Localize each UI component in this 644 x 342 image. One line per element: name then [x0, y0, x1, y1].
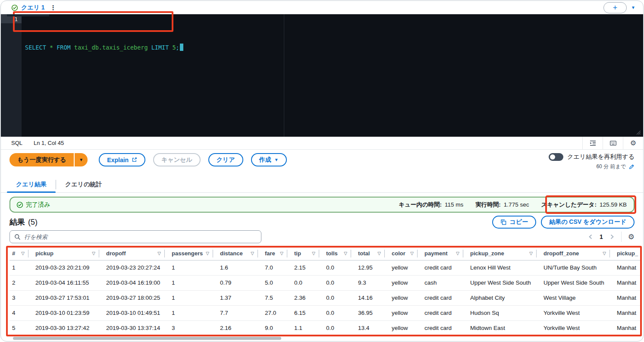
reuse-duration-label: 60 分 前まで	[596, 163, 626, 170]
cancel-button[interactable]: キャンセル	[153, 153, 201, 166]
column-header-dropoff[interactable]: dropoff▽	[99, 247, 165, 260]
row-search-box[interactable]	[9, 230, 261, 243]
keyboard-shortcuts-button[interactable]	[603, 137, 623, 150]
tab-menu-icon[interactable]: ⋮	[50, 4, 57, 12]
run-again-button[interactable]: もう一度実行する	[9, 153, 74, 166]
results-title: 結果	[9, 217, 25, 227]
editor-resize-handle[interactable]	[635, 129, 641, 135]
create-label: 作成	[259, 156, 271, 164]
editor-settings-button[interactable]: ⚙	[623, 137, 643, 150]
column-filter-icon[interactable]: ▽	[280, 251, 283, 256]
column-header-pickup_[interactable]: pickup_▽	[610, 247, 641, 260]
table-cell: 2019-03-04 16:11:55	[28, 275, 99, 290]
table-cell: 4	[9, 305, 28, 320]
table-row: 12019-03-23 20:21:092019-03-23 20:27:241…	[9, 260, 641, 275]
table-cell: 0.0	[319, 260, 351, 275]
table-cell: 2019-03-27 17:53:01	[28, 290, 99, 305]
edit-pencil-icon[interactable]	[628, 164, 635, 170]
column-filter-icon[interactable]: ▽	[410, 251, 414, 256]
query-success-check-icon	[11, 4, 18, 11]
column-header-pickup_zone[interactable]: pickup_zone▽	[463, 247, 537, 260]
results-controls-row: 1 ⚙	[9, 230, 635, 243]
reuse-results-control: クエリ結果を再利用する 60 分 前まで	[549, 153, 635, 170]
column-header-total[interactable]: total▽	[351, 247, 385, 260]
explain-button[interactable]: Explain	[99, 153, 145, 166]
query-tab[interactable]: クエリ 1	[7, 1, 49, 14]
table-cell: 2019-03-04 16:19:00	[99, 275, 165, 290]
table-row: 52019-03-30 13:27:422019-03-30 13:37:143…	[9, 320, 641, 336]
page-number[interactable]: 1	[600, 233, 603, 240]
column-filter-icon[interactable]: ▽	[92, 251, 95, 256]
column-filter-icon[interactable]: ▽	[456, 251, 459, 256]
column-header-#[interactable]: #▽	[9, 247, 28, 260]
column-header-fare[interactable]: fare▽	[258, 247, 287, 260]
run-again-dropdown-button[interactable]: ▼	[74, 153, 88, 166]
table-cell: 1	[165, 290, 213, 305]
tab-list-dropdown-icon[interactable]: ▼	[631, 5, 635, 10]
column-label: tolls	[326, 250, 338, 257]
column-header-payment[interactable]: payment▽	[418, 247, 463, 260]
table-cell: 1.1	[287, 320, 319, 336]
editor-gutter: 1	[1, 14, 22, 137]
table-cell: 7.7	[213, 305, 258, 320]
table-cell: Yorkville West	[537, 320, 610, 336]
download-csv-button[interactable]: 結果の CSV をダウンロード	[541, 216, 635, 229]
table-cell: 1	[9, 260, 28, 275]
tab-query-statistics[interactable]: クエリの統計	[56, 177, 111, 192]
tab-query-results[interactable]: クエリ結果	[7, 177, 56, 192]
sql-editor[interactable]: 1 SELECT * FROM taxi_db.taxis_iceberg LI…	[1, 14, 643, 137]
table-cell: 36.95	[351, 305, 385, 320]
table-cell: Manhat	[610, 320, 641, 336]
column-label: dropoff	[106, 250, 126, 257]
table-cell: 1	[165, 275, 213, 290]
column-header-pickup[interactable]: pickup▽	[28, 247, 99, 260]
column-filter-icon[interactable]: ▽	[206, 251, 209, 256]
editor-code-area[interactable]: SELECT * FROM taxi_db.taxis_iceberg LIMI…	[22, 14, 643, 137]
table-cell: 2.16	[213, 320, 258, 336]
reuse-results-toggle[interactable]	[549, 153, 563, 161]
table-cell: 1.37	[213, 290, 258, 305]
format-indent-icon	[589, 140, 597, 147]
column-header-passengers[interactable]: passengers▽	[165, 247, 213, 260]
column-header-distance[interactable]: distance▽	[213, 247, 258, 260]
next-page-icon[interactable]	[609, 234, 615, 240]
column-filter-icon[interactable]: ▽	[377, 251, 381, 256]
search-icon	[14, 234, 21, 240]
previous-page-icon[interactable]	[588, 234, 593, 240]
copy-button[interactable]: コピー	[492, 216, 536, 229]
horizontal-scrollbar-thumb[interactable]	[13, 337, 281, 340]
column-filter-icon[interactable]: ▽	[21, 251, 25, 256]
column-filter-icon[interactable]: ▽	[312, 251, 315, 256]
column-header-tolls[interactable]: tolls▽	[319, 247, 351, 260]
query-tab-label: クエリ 1	[21, 4, 45, 12]
column-filter-icon[interactable]: ▽	[344, 251, 347, 256]
table-cell: 12.95	[351, 260, 385, 275]
column-filter-icon[interactable]: ▽	[529, 251, 533, 256]
column-header-tip[interactable]: tip▽	[287, 247, 319, 260]
table-preferences-gear-icon[interactable]: ⚙	[628, 233, 635, 241]
clear-button[interactable]: クリア	[208, 153, 243, 166]
table-cell: Manhat	[610, 260, 641, 275]
table-cell: Hudson Sq	[463, 305, 537, 320]
editor-status-bar: SQL Ln 1, Col 45 ⚙	[1, 137, 643, 150]
column-filter-icon[interactable]: ▽	[157, 251, 161, 256]
format-query-button[interactable]	[582, 137, 603, 150]
table-cell: 14.16	[351, 290, 385, 305]
table-cell: UN/Turtle Bay South	[537, 260, 610, 275]
table-cell: Midtown East	[463, 320, 537, 336]
external-link-icon	[132, 157, 137, 163]
create-button[interactable]: 作成 ▼	[251, 153, 287, 166]
search-input[interactable]	[24, 234, 257, 240]
new-tab-button[interactable]: +	[603, 2, 627, 13]
table-cell: Alphabet City	[463, 290, 537, 305]
table-cell: yellow	[385, 275, 418, 290]
column-header-dropoff_zone[interactable]: dropoff_zone▽	[537, 247, 610, 260]
caret-down-icon: ▼	[79, 157, 83, 162]
column-header-color[interactable]: color▽	[385, 247, 418, 260]
tab-bar-actions: + ▼	[603, 2, 635, 13]
gear-icon: ⚙	[630, 140, 636, 147]
column-filter-icon[interactable]: ▽	[603, 251, 606, 256]
column-filter-icon[interactable]: ▽	[251, 251, 254, 256]
table-cell: Manhat	[610, 290, 641, 305]
query-tab-bar: クエリ 1 ⋮ + ▼	[1, 1, 643, 14]
